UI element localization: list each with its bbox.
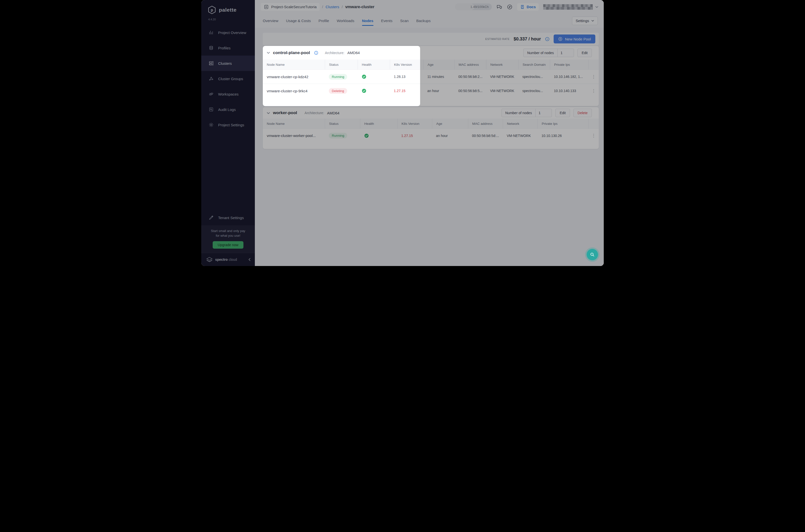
architecture-label: Architecture:	[305, 111, 324, 115]
user-menu[interactable]	[543, 4, 598, 10]
sidebar: p palette 4.4.20 Project Overview Profil…	[201, 0, 255, 266]
worker-table: Node Name Status Health K8s Version Age …	[263, 119, 599, 142]
app-name: palette	[219, 7, 236, 13]
chevron-down-icon	[591, 20, 594, 22]
pool-name: worker-pool	[273, 110, 297, 115]
sidebar-item-workspaces[interactable]: Workspaces	[201, 87, 255, 102]
sidebar-item-cluster-groups[interactable]: Cluster Groups	[201, 71, 255, 87]
tab-usage-costs[interactable]: Usage & Costs	[286, 14, 311, 28]
architecture-value: AMD64	[347, 51, 360, 55]
mac-address: 00:50:56:b8:5...	[454, 83, 486, 98]
col-age: Age	[432, 119, 468, 129]
bar-chart-icon	[209, 30, 214, 35]
sidebar-item-audit-logs[interactable]: Audit Logs	[201, 102, 255, 117]
k8s-version: 1.28.13	[390, 70, 423, 83]
row-actions-kebab-icon[interactable]: ⋮	[588, 129, 599, 142]
explore-button[interactable]	[507, 4, 513, 10]
number-of-nodes-input[interactable]: 1	[557, 49, 574, 57]
col-k8s-version: K8s Version	[397, 119, 432, 129]
brand-cloud: cloud	[229, 258, 237, 262]
number-of-nodes-label: Number of nodes	[502, 109, 535, 117]
sidebar-collapse-button[interactable]	[248, 258, 251, 261]
private-ips: 10.10.140.133	[550, 83, 588, 98]
col-node-name: Node Name	[263, 60, 325, 70]
delete-pool-button[interactable]: Delete	[574, 109, 592, 117]
control-plane-table: Node Name Status Health K8s Version Age …	[263, 60, 599, 98]
col-mac: MAC address	[454, 60, 486, 70]
sidebar-item-project-overview[interactable]: Project Overview	[201, 25, 255, 40]
node-name: vmware-cluster-worker-pool...	[263, 129, 325, 142]
chat-button[interactable]	[496, 4, 502, 10]
new-node-pool-button[interactable]: New Node Pool	[554, 35, 595, 43]
tab-profile[interactable]: Profile	[319, 14, 329, 28]
chat-icon	[496, 4, 502, 10]
breadcrumb-separator: /	[342, 5, 343, 9]
estimated-rate-label: ESTIMATED RATE	[485, 37, 510, 40]
number-of-nodes-label: Number of nodes	[523, 49, 557, 57]
edit-pool-button[interactable]: Edit	[555, 109, 570, 117]
orbit-icon	[209, 92, 214, 96]
project-chart-icon	[264, 4, 269, 10]
col-health: Health	[360, 119, 397, 129]
col-k8s-version: K8s Version	[390, 60, 423, 70]
info-icon[interactable]	[545, 37, 550, 41]
col-health: Health	[358, 60, 390, 70]
col-node-name: Node Name	[263, 119, 325, 129]
compass-icon	[507, 4, 513, 10]
status-badge: Deleting	[329, 88, 347, 94]
tab-events[interactable]: Events	[381, 14, 392, 28]
tab-scan[interactable]: Scan	[400, 14, 408, 28]
sidebar-item-clusters[interactable]: Clusters	[201, 56, 255, 71]
network: VM-NETWORK	[503, 129, 537, 142]
node-name: vmware-cluster-cp-kdz42	[263, 70, 325, 83]
chevron-down-icon[interactable]	[267, 112, 270, 114]
tab-backups[interactable]: Backups	[416, 14, 431, 28]
tab-overview[interactable]: Overview	[263, 14, 279, 28]
content-area: Project-ScaleSecureTutoria / Clusters / …	[255, 0, 604, 266]
settings-button[interactable]: Settings	[572, 17, 598, 25]
status-badge: Running	[329, 74, 347, 80]
sidebar-item-profiles[interactable]: Profiles	[201, 40, 255, 56]
sidebar-item-project-settings[interactable]: Project Settings	[201, 117, 255, 133]
col-private-ips: Private Ips	[550, 60, 588, 70]
breadcrumb-cluster-name: vmware-cluster	[345, 5, 374, 9]
number-of-nodes-input[interactable]: 1	[535, 109, 552, 117]
gear-icon	[209, 122, 214, 127]
brand-spectro: spectro	[215, 258, 228, 262]
edit-pool-button[interactable]: Edit	[577, 49, 592, 57]
svg-text:p: p	[211, 8, 213, 12]
mac-address: 00:50:56:b8:2...	[454, 70, 486, 83]
docs-button[interactable]: Docs	[517, 3, 539, 11]
layers-icon	[209, 45, 214, 50]
search-icon	[590, 252, 595, 257]
network-icon	[209, 76, 214, 81]
tab-nodes[interactable]: Nodes	[362, 14, 373, 28]
node-age: 11 minutes	[423, 70, 454, 83]
node-age: an hour	[432, 129, 468, 142]
health-ok-icon	[364, 133, 369, 138]
palette-hexagon-icon: p	[208, 5, 216, 14]
chevron-left-icon	[248, 258, 251, 261]
server-icon	[209, 61, 214, 66]
status-badge: Running	[329, 133, 347, 138]
row-actions-kebab-icon[interactable]: ⋮	[588, 83, 599, 98]
plus-circle-icon	[558, 37, 562, 41]
health-ok-icon	[362, 74, 366, 79]
row-actions-kebab-icon[interactable]: ⋮	[588, 70, 599, 83]
info-icon[interactable]	[314, 51, 319, 55]
col-actions	[588, 60, 599, 70]
search-beacon-button[interactable]	[587, 249, 598, 260]
worker-pool-card: worker-pool Architecture: AMD64 Number o…	[263, 107, 599, 149]
breadcrumb-clusters-link[interactable]: Clusters	[326, 5, 339, 9]
breadcrumb: Project-ScaleSecureTutoria / Clusters / …	[255, 0, 604, 14]
tab-workloads[interactable]: Workloads	[337, 14, 354, 28]
chevron-down-icon[interactable]	[267, 52, 270, 54]
col-network: Network	[503, 119, 537, 129]
sidebar-item-tenant-settings[interactable]: Tenant Settings	[201, 210, 255, 225]
upgrade-now-button[interactable]: Upgrade now	[213, 241, 243, 249]
col-private-ips: Private Ips	[537, 119, 588, 129]
project-selector[interactable]: Project-ScaleSecureTutoria	[261, 3, 320, 11]
private-ips: 10.10.146.182, 1...	[550, 70, 588, 83]
book-icon	[520, 5, 524, 9]
col-actions	[588, 119, 599, 129]
